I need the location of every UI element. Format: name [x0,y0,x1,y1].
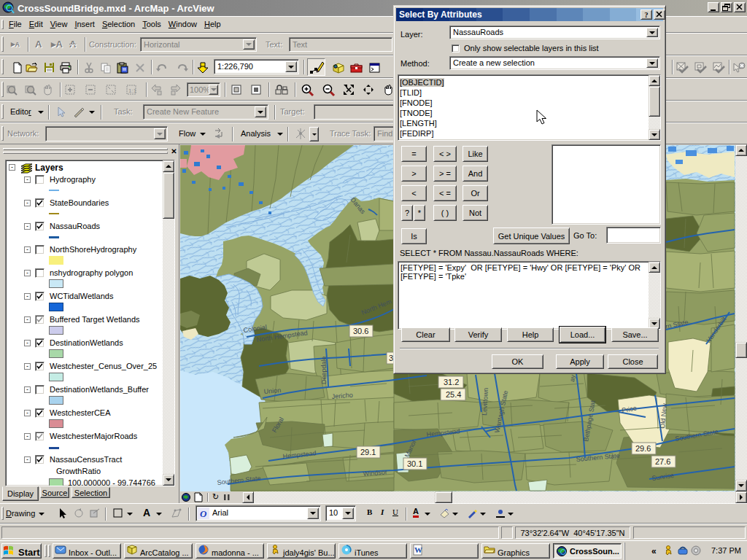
svg-text:W: W [414,545,422,554]
svg-text:Union: Union [263,386,281,395]
svg-text:O: O [200,508,207,519]
svg-text:1:1: 1:1 [128,88,137,94]
svg-text:25.4: 25.4 [446,390,461,399]
svg-text:29.6: 29.6 [635,444,651,453]
svg-text:30.1: 30.1 [407,459,422,468]
svg-text:29.1: 29.1 [360,448,376,456]
svg-text:31.2: 31.2 [444,378,459,386]
svg-text:Levittown: Levittown [481,388,489,416]
svg-text:Deepdale: Deepdale [320,356,328,384]
svg-text:27.6: 27.6 [655,457,670,466]
svg-text:30.6: 30.6 [353,327,368,335]
